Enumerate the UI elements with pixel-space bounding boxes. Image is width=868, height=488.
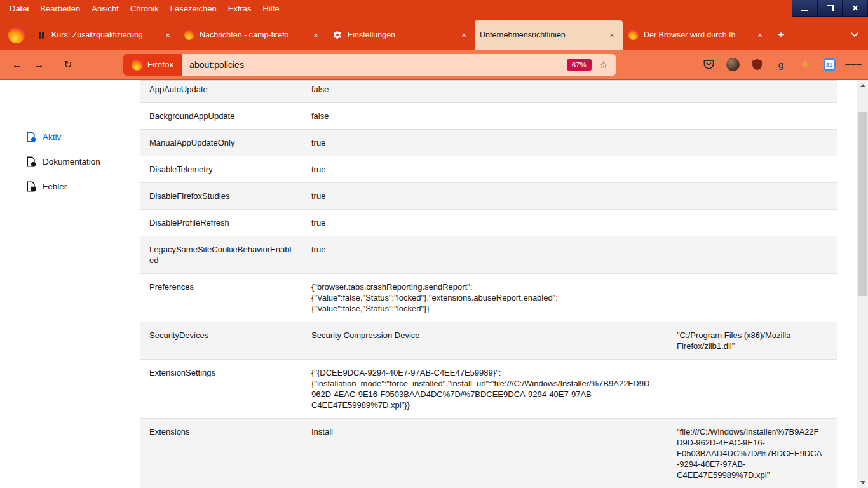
policy-name: SecurityDevices xyxy=(140,322,302,359)
list-tabs-button[interactable] xyxy=(844,20,865,50)
policy-row: BackgroundAppUpdate false xyxy=(140,103,837,130)
tab-nachrichten[interactable]: Nachrichten - camp-firefo × xyxy=(179,20,327,50)
hamburger-menu-icon[interactable] xyxy=(845,57,862,73)
policy-name: DisableProfileRefresh xyxy=(140,210,302,236)
tab-kurs[interactable]: Kurs: Zusatzqualifizierung × xyxy=(31,20,179,50)
sidebar-item-fehler[interactable]: Fehler xyxy=(0,174,140,199)
ublock-shield-icon[interactable] xyxy=(749,57,765,73)
reload-button[interactable]: ↻ xyxy=(57,54,79,76)
policy-value: Security Compression Device xyxy=(302,322,667,359)
menu-extras[interactable]: Extras xyxy=(222,4,257,13)
policy-value: true xyxy=(302,210,667,236)
menu-ansicht[interactable]: Ansicht xyxy=(86,4,125,13)
firefox-chip-label: Firefox xyxy=(147,60,173,69)
back-button[interactable]: ← xyxy=(6,54,28,76)
policy-name: LegacySameSiteCookieBehaviorEnabled xyxy=(140,236,302,273)
restore-icon xyxy=(827,5,834,11)
tab-close-icon[interactable]: × xyxy=(754,29,766,41)
bookmark-star-icon[interactable]: ☆ xyxy=(599,58,608,71)
menu-chronik[interactable]: Chronik xyxy=(125,4,165,13)
avatar xyxy=(726,58,740,71)
policy-row: ExtensionSettings {"{DCEE9DCA-9294-40E7-… xyxy=(140,360,837,419)
tab-label: Nachrichten - camp-firefo xyxy=(200,30,306,39)
policy-extra xyxy=(667,183,837,209)
sidebar-item-aktiv[interactable]: Aktiv xyxy=(0,125,140,149)
pocket-icon[interactable] xyxy=(700,57,717,73)
firefox-icon xyxy=(132,59,143,71)
policy-name: ExtensionSettings xyxy=(140,360,302,418)
sidebar-item-dokumentation[interactable]: Dokumentation xyxy=(0,149,140,174)
tab-close-icon[interactable]: × xyxy=(310,29,322,41)
window-controls: × xyxy=(792,0,868,17)
scroll-down-button[interactable] xyxy=(857,477,868,488)
tab-einstellungen[interactable]: Einstellungen × xyxy=(327,20,475,50)
policy-value: true xyxy=(302,236,667,273)
about-policies-page: Aktiv Dokumentation Fehler AppAutoUpdate… xyxy=(0,80,868,488)
firefox-chip[interactable]: Firefox xyxy=(123,54,182,76)
close-button[interactable]: × xyxy=(843,0,868,17)
policy-row: AppAutoUpdate false xyxy=(140,81,837,103)
new-tab-button[interactable]: + xyxy=(771,20,791,50)
policies-main: AppAutoUpdate false BackgroundAppUpdate … xyxy=(140,80,837,488)
menu-hilfe[interactable]: Hilfe xyxy=(257,4,285,13)
scroll-up-icon xyxy=(860,84,865,87)
sidebar-item-label: Fehler xyxy=(43,182,67,191)
scroll-down-icon xyxy=(860,481,865,484)
calendar-day: 31 xyxy=(826,62,832,68)
menu-lesezeichen[interactable]: Lesezeichen xyxy=(165,4,222,13)
tab-close-icon[interactable]: × xyxy=(458,29,470,41)
zoom-indicator[interactable]: 67% xyxy=(567,59,592,71)
restore-button[interactable] xyxy=(817,0,843,17)
policy-value: true xyxy=(302,156,667,182)
policies-table: AppAutoUpdate false BackgroundAppUpdate … xyxy=(140,80,837,488)
tab-label: Einstellungen xyxy=(348,30,454,39)
gear-icon xyxy=(332,30,342,40)
policy-value: Install xyxy=(302,419,667,488)
menu-datei[interactable]: Datei xyxy=(4,4,34,13)
policy-extra xyxy=(667,130,837,156)
firefox-icon xyxy=(8,27,25,43)
tab-label: Unternehmensrichtlinien xyxy=(480,30,602,39)
toolbar-extensions: g ★ 31 xyxy=(700,57,862,73)
profile-avatar[interactable] xyxy=(724,57,741,73)
menu-bearbeiten[interactable]: Bearbeiten xyxy=(34,4,86,13)
navigation-toolbar: ← → ↻ Firefox about:policies 67% ☆ g ★ 3… xyxy=(0,50,868,80)
sidebar-item-label: Aktiv xyxy=(43,132,61,142)
policy-value: {"{DCEE9DCA-9294-40E7-97AB-C4EE47E59989}… xyxy=(302,360,667,418)
policy-name: AppAutoUpdate xyxy=(140,81,302,102)
google-g-icon[interactable]: g xyxy=(773,57,789,73)
documentation-icon xyxy=(25,156,36,167)
scroll-up-button[interactable] xyxy=(857,80,868,91)
errors-icon xyxy=(25,181,36,192)
tab-bar: Kurs: Zusatzqualifizierung × Nachrichten… xyxy=(0,17,868,50)
policy-extra: "file:///C:/Windows/Installer/%7B9A22FD9… xyxy=(667,419,837,488)
policy-value: false xyxy=(302,103,667,129)
tab-close-icon[interactable]: × xyxy=(606,29,618,41)
policy-row: DisableFirefoxStudies true xyxy=(140,183,837,210)
firefox-favicon xyxy=(628,30,639,40)
policy-value: true xyxy=(302,183,667,209)
sidebar-item-label: Dokumentation xyxy=(43,157,100,166)
tab-close-icon[interactable]: × xyxy=(162,29,173,41)
policy-row: DisableTelemetry true xyxy=(140,156,837,183)
calendar-icon[interactable]: 31 xyxy=(821,57,837,73)
address-bar[interactable]: Firefox about:policies 67% ☆ xyxy=(123,54,616,76)
policy-value: {"browser.tabs.crashReporting.sendReport… xyxy=(302,274,667,322)
scrollbar[interactable] xyxy=(857,80,868,488)
scrollbar-thumb[interactable] xyxy=(858,112,867,296)
policy-extra xyxy=(667,236,837,273)
forward-button[interactable]: → xyxy=(28,54,50,76)
url-text[interactable]: about:policies xyxy=(189,60,244,70)
tab-unternehmensrichtlinien[interactable]: Unternehmensrichtlinien × xyxy=(475,20,623,50)
firefox-favicon xyxy=(184,30,194,40)
policy-row: SecurityDevices Security Compression Dev… xyxy=(140,322,837,360)
minimize-icon xyxy=(801,10,808,11)
minimize-button[interactable] xyxy=(792,0,817,17)
policy-name: ManualAppUpdateOnly xyxy=(140,130,302,156)
star-extension-icon[interactable]: ★ xyxy=(797,57,813,73)
policy-row: Extensions Install "file:///C:/Windows/I… xyxy=(140,419,837,488)
active-policies-icon xyxy=(25,132,36,142)
tab-browser-verwaltet[interactable]: Der Browser wird durch Ih × xyxy=(623,20,771,50)
policy-row: Preferences {"browser.tabs.crashReportin… xyxy=(140,274,837,322)
firefox-logo-button[interactable] xyxy=(3,20,31,50)
